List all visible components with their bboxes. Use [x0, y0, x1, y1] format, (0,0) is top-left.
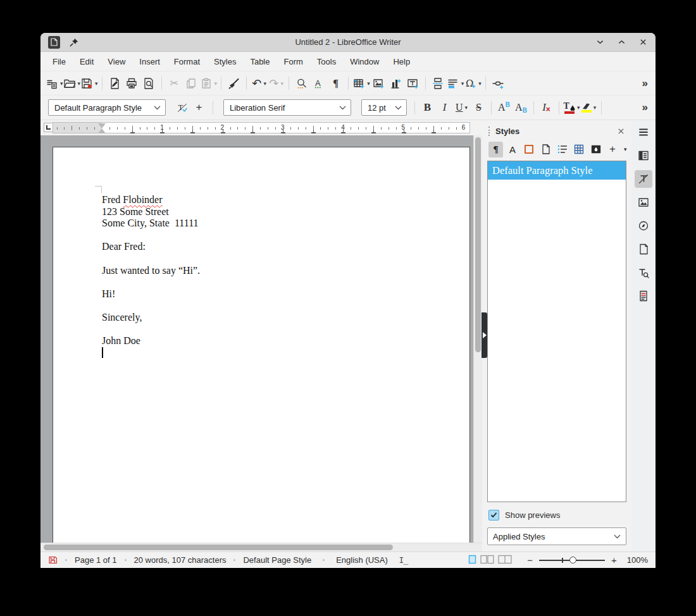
italic-button[interactable]: I	[436, 99, 453, 116]
zoom-in-button[interactable]: +	[609, 555, 619, 565]
styles-panel-close-icon[interactable]	[615, 125, 626, 137]
single-page-view-icon[interactable]	[468, 555, 476, 566]
vertical-scrollbar[interactable]	[473, 135, 482, 543]
unsaved-changes-icon[interactable]	[48, 555, 58, 565]
menu-view[interactable]: View	[101, 54, 132, 69]
zoom-slider[interactable]	[539, 560, 605, 561]
frame-styles-button[interactable]	[522, 142, 537, 157]
tab-stop-type-selector[interactable]	[44, 123, 53, 132]
save-dropdown-arrow[interactable]: ▾	[95, 80, 98, 87]
minimize-button[interactable]	[595, 37, 605, 47]
zoom-level[interactable]: 100%	[627, 555, 648, 565]
insert-table-dropdown-arrow[interactable]: ▾	[367, 80, 370, 87]
insert-image-button[interactable]	[370, 75, 387, 92]
selection-mode-icon[interactable]: I_	[399, 555, 408, 565]
new-style-button[interactable]: +	[190, 99, 208, 116]
new-document-button[interactable]: ▾	[46, 75, 63, 92]
export-pdf-button[interactable]	[106, 75, 123, 92]
find-replace-button[interactable]	[293, 75, 310, 92]
highlight-color-button[interactable]: ▾	[580, 99, 597, 116]
font-color-button[interactable]: T▾	[563, 99, 580, 116]
menu-format[interactable]: Format	[167, 54, 207, 69]
list-styles-button[interactable]	[555, 142, 569, 157]
page-count[interactable]: Page 1 of 1	[75, 555, 117, 565]
insert-special-character-button[interactable]: Ω▾	[464, 75, 482, 92]
page-styles-button[interactable]	[538, 142, 553, 157]
menu-window[interactable]: Window	[343, 54, 386, 69]
insert-textbox-button[interactable]	[404, 75, 421, 92]
style-filter-dropdown[interactable]: Applied Styles	[487, 527, 626, 545]
styles-deck-tab[interactable]	[635, 170, 652, 188]
sidebar-settings-icon[interactable]	[635, 123, 652, 141]
underline-button[interactable]: U▾	[453, 99, 470, 116]
horizontal-ruler[interactable]: 123456	[53, 122, 470, 133]
text-language[interactable]: English (USA)	[336, 555, 388, 565]
navigator-deck-tab[interactable]	[635, 217, 652, 235]
menu-styles[interactable]: Styles	[207, 54, 243, 69]
close-button[interactable]	[638, 37, 648, 47]
clone-formatting-button[interactable]	[225, 75, 242, 92]
new-style-button[interactable]: +	[605, 142, 619, 157]
title-bar[interactable]: Untitled 2 - LibreOffice Writer	[40, 33, 656, 52]
copy-button[interactable]	[183, 75, 200, 92]
paragraph-styles-button[interactable]: ¶	[488, 142, 503, 157]
bold-button[interactable]: B	[419, 99, 436, 116]
menu-edit[interactable]: Edit	[73, 54, 101, 69]
insert-special-character-dropdown-arrow[interactable]: ▾	[478, 80, 482, 87]
left-indent-marker[interactable]	[98, 128, 106, 133]
spotlight-button[interactable]	[588, 142, 603, 157]
paste-dropdown-arrow[interactable]: ▾	[214, 80, 218, 87]
formatting-marks-button[interactable]: ¶	[327, 75, 344, 92]
spelling-button[interactable]: A	[310, 75, 327, 92]
style-list-item[interactable]: Default Paragraph Style	[488, 161, 626, 180]
insert-table-button[interactable]: ▾	[352, 75, 370, 92]
show-previews-checkbox[interactable]	[488, 510, 499, 521]
menu-file[interactable]: File	[46, 54, 73, 69]
subscript-button[interactable]: AB	[513, 99, 530, 116]
zoom-out-button[interactable]: −	[525, 555, 535, 565]
underline-dropdown-arrow[interactable]: ▾	[465, 104, 468, 111]
undo-dropdown-arrow[interactable]: ▾	[263, 80, 266, 87]
strikethrough-button[interactable]: S	[470, 99, 487, 116]
page-break-button[interactable]	[430, 75, 447, 92]
save-button[interactable]: ▾	[80, 75, 98, 92]
properties-deck-tab[interactable]	[635, 147, 652, 164]
menu-form[interactable]: Form	[277, 54, 309, 69]
multi-page-view-icon[interactable]	[480, 555, 494, 566]
superscript-button[interactable]: AB	[495, 99, 513, 116]
paragraph-style-combobox[interactable]: Default Paragraph Style	[48, 99, 166, 116]
word-count[interactable]: 20 words, 107 characters	[134, 555, 227, 565]
highlight-color-dropdown-arrow[interactable]: ▾	[593, 104, 597, 111]
cut-button[interactable]: ✂	[166, 75, 183, 92]
open-button[interactable]: ▾	[63, 75, 81, 92]
zoom-slider-handle[interactable]	[569, 557, 576, 564]
manage-changes-deck-tab[interactable]	[635, 287, 652, 305]
menu-tools[interactable]: Tools	[310, 54, 343, 69]
print-preview-button[interactable]	[140, 75, 158, 92]
menu-help[interactable]: Help	[386, 54, 417, 69]
style-inspector-deck-tab[interactable]	[635, 264, 652, 281]
document-text[interactable]: Fred Flobinder123 Some StreetSome City, …	[102, 194, 406, 359]
font-size-combobox[interactable]: 12 pt	[361, 99, 407, 116]
horizontal-scrollbar-thumb[interactable]	[44, 545, 393, 550]
page-deck-tab[interactable]	[635, 240, 652, 258]
book-view-icon[interactable]	[498, 555, 512, 566]
vertical-scrollbar-thumb[interactable]	[475, 137, 481, 352]
maximize-button[interactable]	[616, 37, 626, 47]
redo-dropdown-arrow[interactable]: ▾	[280, 80, 283, 87]
redo-button[interactable]: ↷▾	[268, 75, 285, 92]
paste-button[interactable]: ▾	[200, 75, 218, 92]
font-name-combobox[interactable]: Liberation Serif	[223, 99, 351, 116]
insert-chart-button[interactable]	[387, 75, 404, 92]
sidebar-hide-handle[interactable]	[482, 312, 487, 358]
toolbar-overflow-button[interactable]: »	[640, 77, 650, 90]
menu-insert[interactable]: Insert	[132, 54, 167, 69]
page-style[interactable]: Default Page Style	[243, 555, 311, 565]
update-style-button[interactable]: T	[173, 99, 190, 116]
font-color-dropdown-arrow[interactable]: ▾	[577, 104, 580, 111]
first-line-indent-marker[interactable]	[98, 123, 106, 128]
pin-icon[interactable]	[69, 37, 79, 47]
table-styles-button[interactable]	[572, 142, 587, 157]
horizontal-scrollbar[interactable]	[40, 543, 482, 551]
document-page[interactable]: Fred Flobinder123 Some StreetSome City, …	[53, 147, 470, 543]
